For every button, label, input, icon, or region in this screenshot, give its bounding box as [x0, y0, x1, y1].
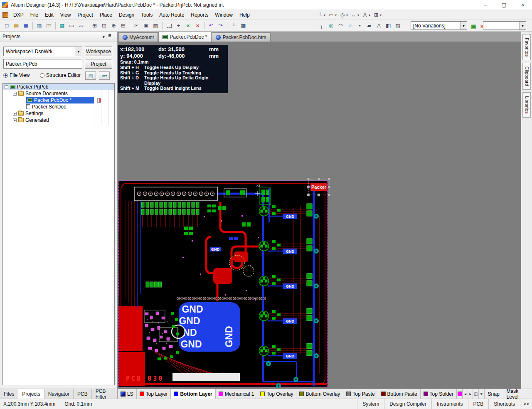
tree-item-generated[interactable]: + Generated	[3, 117, 114, 123]
menu-help[interactable]: Help	[236, 10, 253, 20]
menu-project[interactable]: Project	[74, 10, 96, 20]
tree-item-project[interactable]: − Packer.PrjPcb	[3, 84, 114, 90]
menu-file[interactable]: File	[27, 10, 42, 20]
place-via-icon[interactable]: ◎	[327, 21, 335, 30]
menu-auto-route[interactable]: Auto Route	[156, 10, 187, 20]
menu-dxp[interactable]: DXP	[10, 10, 27, 20]
dxp-icon[interactable]	[2, 12, 8, 18]
print-icon[interactable]: ▥	[35, 21, 44, 30]
select-area-icon[interactable]	[165, 21, 173, 30]
layer-tab-top-layer[interactable]: Top Layer	[137, 389, 171, 399]
place-string-icon[interactable]: A	[374, 21, 383, 30]
copy-icon[interactable]: ▣	[142, 21, 150, 30]
display-options-button[interactable]: ▱▾	[99, 71, 110, 80]
tree-item-pcbdoc[interactable]: Packer.PcbDoc *	[3, 97, 114, 103]
menu-edit[interactable]: Edit	[42, 10, 57, 20]
save-icon[interactable]: ▦	[22, 21, 30, 30]
tab-pcbdoc-htm[interactable]: Packer.PcbDoc.htm	[212, 32, 270, 42]
tab-pcb-filter[interactable]: PCB Filter	[92, 389, 117, 399]
status-menu-instruments[interactable]: Instruments	[431, 399, 468, 409]
open-sheet-icon[interactable]: ▭	[67, 21, 76, 30]
place-arc-icon[interactable]: ◠	[336, 21, 345, 30]
tab-pcb[interactable]: PCB	[74, 389, 92, 399]
menu-window[interactable]: Window	[212, 10, 236, 20]
status-menu-more[interactable]: >>	[520, 399, 532, 409]
layer-tab-partial[interactable]	[457, 389, 463, 399]
board-insight-icon[interactable]: ▩	[239, 21, 248, 30]
route-icon[interactable]: ┐	[317, 21, 326, 30]
open-sheet2-icon[interactable]: ▱	[77, 21, 86, 30]
status-menu-system[interactable]: System	[357, 399, 384, 409]
status-menu-shortcuts[interactable]: Shortcuts	[488, 399, 520, 409]
layer-tab-mechanical-1[interactable]: Mechanical 1	[216, 389, 258, 399]
zoom-in-icon[interactable]: ⊕	[109, 21, 118, 30]
string-tool-icon[interactable]: A▾	[362, 12, 370, 18]
place-polygon-icon[interactable]: ▨	[394, 21, 402, 30]
layer-tab-top-overlay[interactable]: Top Overlay	[257, 389, 296, 399]
variations-select[interactable]: [No Variations] ▾	[411, 21, 467, 30]
tree-item-settings[interactable]: + Settings	[3, 110, 114, 117]
zoom-area-icon[interactable]: ⊞	[90, 21, 99, 30]
tree-item-schdoc[interactable]: Packer.SchDoc	[3, 103, 114, 110]
mask-level-button[interactable]: Mask Level	[503, 389, 529, 399]
tab-files[interactable]: Files	[0, 389, 18, 399]
layer-tab-top-solder[interactable]: Top Solder	[421, 389, 457, 399]
status-menu-design-compiler[interactable]: Design Compiler	[384, 399, 431, 409]
project-field[interactable]: Packer.PrjPcb	[3, 59, 82, 69]
chevron-down-icon[interactable]: ▾	[75, 47, 82, 56]
clear-filter-icon[interactable]: ×	[184, 21, 192, 30]
workspace-button[interactable]: Workspace	[85, 47, 112, 56]
dimension-tool-icon[interactable]: ↔▾	[350, 12, 359, 18]
minimize-button[interactable]: –	[476, 0, 495, 10]
project-button[interactable]: Project	[85, 59, 112, 69]
move-icon[interactable]: +	[174, 21, 183, 30]
cut-icon[interactable]: ✂	[132, 21, 141, 30]
new-document-icon[interactable]: □	[2, 21, 11, 30]
scroll-right-icon[interactable]: ▸	[468, 389, 473, 399]
collapse-icon[interactable]: −	[5, 85, 8, 89]
menu-reports[interactable]: Reports	[187, 10, 212, 20]
document-tool-icon[interactable]: ▭▾	[328, 12, 337, 18]
tab-navigator[interactable]: Navigator	[44, 389, 74, 399]
expand-icon[interactable]: +	[13, 118, 17, 122]
zoom-fit-icon[interactable]: ⊡	[100, 21, 108, 30]
print-preview-icon[interactable]: ◫	[44, 21, 53, 30]
layer-tab-bottom-overlay[interactable]: Bottom Overlay	[296, 389, 343, 399]
tab-pcbdoc[interactable]: Packer.PcbDoc *	[158, 32, 211, 42]
grid-tool-icon[interactable]: ⊞▾	[373, 12, 382, 18]
layer-filter-icon[interactable]: ▼	[478, 389, 484, 399]
scroll-left-icon[interactable]: ◂	[463, 389, 468, 399]
zoom-out-icon[interactable]: ⊟	[119, 21, 128, 30]
redo-icon[interactable]: ↷	[216, 21, 225, 30]
layer-mask-icon[interactable]: ◫	[473, 389, 478, 399]
tab-clipboard[interactable]: Clipboard	[522, 63, 531, 90]
place-fill-icon[interactable]: ▰	[365, 21, 374, 30]
pcb-canvas[interactable]: X3 GND	[118, 42, 521, 389]
interactive-routing-icon[interactable]: └	[229, 21, 238, 30]
open-board-icon[interactable]: ▩	[58, 21, 66, 30]
restore-button[interactable]: ▢	[495, 0, 513, 10]
chevron-down-icon[interactable]: ▾	[460, 22, 467, 30]
tab-projects[interactable]: Projects	[18, 389, 44, 399]
tab-myaccount[interactable]: MyAccount	[118, 32, 158, 42]
place-circle-icon[interactable]: ○	[346, 21, 355, 30]
pin-icon[interactable]	[108, 34, 111, 39]
open-document-icon[interactable]: ▤	[12, 21, 21, 30]
menu-view[interactable]: View	[57, 10, 74, 20]
layer-sets-tab[interactable]: LS	[118, 389, 137, 399]
workspace-select[interactable]: Workspace1.DsnWrk ▾	[3, 47, 82, 56]
paste-icon[interactable]: ▨	[151, 21, 160, 30]
clear-button[interactable]: Clear	[529, 389, 532, 399]
undo-icon[interactable]: ↶	[207, 21, 215, 30]
structure-editor-radio[interactable]: Structure Editor	[40, 72, 81, 78]
layer-tab-top-paste[interactable]: Top Paste	[343, 389, 378, 399]
collapse-icon[interactable]: −	[13, 92, 17, 96]
menu-design[interactable]: Design	[116, 10, 138, 20]
chevron-down-icon[interactable]: ▾	[519, 22, 526, 30]
sort-button[interactable]: ▤	[85, 71, 96, 80]
tab-libraries[interactable]: Libraries	[522, 92, 531, 117]
file-view-radio[interactable]: File View	[3, 72, 30, 78]
tree-item-source-documents[interactable]: − Source Documents	[3, 90, 114, 97]
place-component-icon[interactable]: ◧	[384, 21, 393, 30]
tab-favorites[interactable]: Favorites	[522, 34, 531, 60]
